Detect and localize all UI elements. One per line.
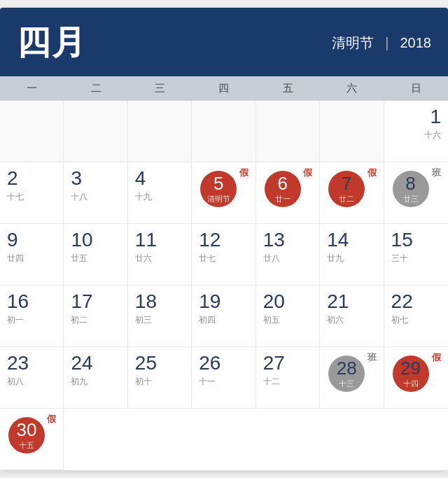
- day-cell[interactable]: 22初七: [384, 286, 448, 347]
- day-lunar: 廿一: [275, 194, 290, 204]
- header-divider: |: [385, 35, 388, 51]
- day-cell[interactable]: 27十二: [256, 347, 320, 409]
- day-number: 24: [71, 353, 92, 374]
- day-cell[interactable]: 20初五: [256, 286, 320, 347]
- day-badge: 假: [300, 166, 315, 180]
- day-number: 16: [7, 291, 29, 313]
- day-cell[interactable]: 2十七: [0, 162, 64, 224]
- day-lunar: 廿二: [339, 194, 354, 204]
- weekday-fri: 五: [256, 76, 320, 101]
- weekday-sun: 日: [384, 76, 448, 101]
- day-cell[interactable]: 假30十五: [0, 409, 64, 470]
- day-lunar: 三十: [391, 253, 408, 265]
- day-number: 5: [214, 174, 223, 194]
- day-number: 22: [391, 291, 413, 313]
- day-cell[interactable]: 16初一: [0, 286, 64, 347]
- day-cell[interactable]: 19初四: [192, 286, 255, 347]
- day-cell[interactable]: [64, 101, 127, 162]
- weekday-mon: 一: [0, 76, 64, 101]
- day-circle: 30十五: [8, 417, 45, 454]
- day-cell[interactable]: 14廿九: [320, 224, 384, 286]
- day-badge: 假: [237, 166, 251, 180]
- day-lunar: 初七: [391, 314, 408, 326]
- day-cell[interactable]: 3十八: [64, 162, 127, 224]
- day-lunar: 初六: [327, 314, 344, 326]
- day-cell[interactable]: 23初八: [0, 347, 64, 409]
- day-cell[interactable]: 11廿六: [128, 224, 192, 286]
- day-number: 9: [7, 230, 18, 251]
- day-lunar: 初三: [135, 314, 152, 326]
- day-number: 26: [199, 353, 220, 374]
- month-title: 四月: [17, 20, 87, 65]
- day-lunar: 十四: [403, 379, 419, 389]
- day-lunar: 廿六: [135, 253, 152, 265]
- day-cell[interactable]: 9廿四: [0, 224, 64, 286]
- day-cell[interactable]: 25初十: [128, 347, 192, 409]
- day-number: 19: [199, 291, 220, 313]
- day-cell[interactable]: 17初二: [64, 286, 127, 347]
- day-lunar: 廿八: [263, 253, 280, 265]
- day-badge: 假: [429, 351, 444, 365]
- day-cell[interactable]: 班28十三: [320, 347, 384, 409]
- day-badge: 假: [44, 412, 59, 426]
- weekday-thu: 四: [192, 76, 255, 101]
- day-lunar: 廿九: [327, 253, 344, 265]
- day-cell[interactable]: 假6廿一: [256, 162, 320, 224]
- day-cell[interactable]: 26十一: [192, 347, 255, 409]
- day-lunar: 十一: [199, 376, 216, 388]
- day-number: 20: [263, 291, 285, 313]
- day-cell[interactable]: 4十九: [128, 162, 192, 224]
- day-number: 1: [430, 106, 441, 128]
- day-lunar: 廿七: [199, 253, 216, 265]
- day-lunar: 清明节: [207, 194, 230, 204]
- day-circle: 6廿一: [265, 171, 301, 207]
- day-cell[interactable]: [256, 101, 320, 162]
- day-lunar: 十七: [7, 191, 24, 203]
- day-cell[interactable]: 10廿五: [64, 224, 127, 286]
- day-number: 2: [7, 168, 18, 190]
- day-number: 6: [277, 174, 287, 194]
- day-lunar: 廿三: [403, 194, 419, 204]
- weekday-row: 一 二 三 四 五 六 日: [0, 76, 448, 101]
- day-number: 18: [135, 291, 157, 313]
- day-cell[interactable]: 假29十四: [384, 347, 448, 409]
- day-cell[interactable]: 24初九: [64, 347, 127, 409]
- weekday-tue: 二: [64, 76, 127, 101]
- header-right: 清明节 | 2018: [332, 34, 431, 52]
- day-lunar: 十五: [19, 440, 34, 451]
- day-lunar: 十八: [71, 191, 88, 203]
- day-circle: 28十三: [328, 356, 365, 392]
- day-cell[interactable]: 21初六: [320, 286, 384, 347]
- day-circle: 5清明节: [200, 171, 237, 207]
- day-lunar: 初一: [7, 314, 24, 326]
- day-number: 7: [342, 174, 351, 194]
- day-cell[interactable]: [128, 101, 192, 162]
- day-cell[interactable]: 18初三: [128, 286, 192, 347]
- day-cell[interactable]: 13廿八: [256, 224, 320, 286]
- day-lunar: 初九: [71, 376, 88, 388]
- day-badge: 班: [365, 351, 379, 365]
- day-number: 10: [71, 230, 92, 251]
- day-lunar: 十二: [263, 376, 280, 388]
- weekday-sat: 六: [320, 76, 384, 101]
- day-lunar: 初五: [263, 314, 280, 326]
- day-number: 27: [263, 353, 285, 374]
- day-cell[interactable]: 12廿七: [192, 224, 255, 286]
- day-number: 11: [135, 230, 157, 251]
- day-cell[interactable]: 假7廿二: [320, 162, 384, 224]
- calendar: 四月 清明节 | 2018 一 二 三 四 五 六 日 1十六2十七3十八4十九…: [0, 8, 448, 470]
- day-lunar: 廿五: [71, 253, 88, 265]
- day-number: 3: [71, 168, 82, 190]
- day-lunar: 初四: [199, 314, 216, 326]
- day-circle: 29十四: [393, 356, 429, 392]
- day-number: 28: [337, 358, 357, 379]
- day-cell[interactable]: 15三十: [384, 224, 448, 286]
- day-cell[interactable]: [192, 101, 255, 162]
- day-lunar: 十九: [135, 191, 152, 203]
- day-cell[interactable]: 1十六: [384, 101, 448, 162]
- day-cell[interactable]: 班8廿三: [384, 162, 448, 224]
- day-cell[interactable]: [320, 101, 384, 162]
- day-cell[interactable]: [0, 101, 64, 162]
- festival-label: 清明节: [332, 34, 374, 52]
- day-cell[interactable]: 假5清明节: [192, 162, 255, 224]
